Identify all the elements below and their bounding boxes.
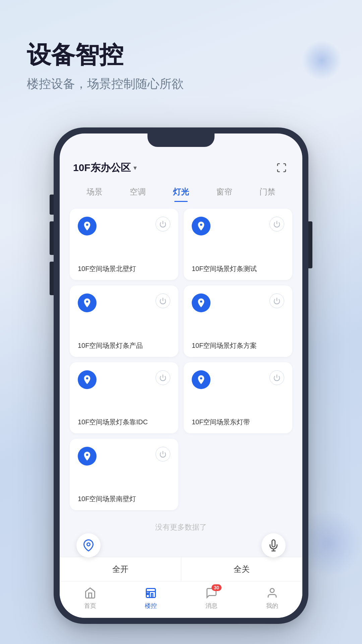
phone-notch [147, 133, 215, 147]
tab-scene[interactable]: 场景 [73, 182, 116, 202]
float-location-button[interactable] [76, 533, 101, 557]
app-header: 10F东办公区 ▾ [60, 150, 302, 175]
device-card-4[interactable]: 10F空间场景灯条靠IDC [70, 362, 178, 434]
device-icon-0 [78, 217, 97, 235]
power-btn-1[interactable] [269, 217, 284, 231]
user-icon [265, 586, 279, 600]
nav-label-building: 楼控 [145, 602, 157, 610]
svg-rect-12 [147, 593, 149, 595]
location-selector[interactable]: 10F东办公区 ▾ [73, 161, 137, 175]
screen-content: 10F东办公区 ▾ 场景 空调 灯光 窗帘 门禁 [60, 133, 302, 618]
location-text: 10F东办公区 [73, 161, 131, 175]
device-card-top-1 [192, 217, 284, 235]
float-mic-button[interactable] [261, 533, 286, 557]
svg-rect-11 [151, 594, 153, 598]
device-card-5[interactable]: 10F空间场景东灯带 [184, 362, 292, 434]
home-icon [83, 586, 97, 600]
device-card-top-0 [78, 217, 170, 235]
device-card-top-6 [78, 447, 170, 466]
device-name-4: 10F空间场景灯条靠IDC [78, 417, 170, 427]
device-icon-3 [192, 293, 210, 312]
message-icon: 30 [205, 586, 218, 600]
nav-label-user: 我的 [266, 602, 278, 610]
device-name-2: 10F空间场景灯条产品 [78, 341, 170, 350]
phone-screen: 10F东办公区 ▾ 场景 空调 灯光 窗帘 门禁 [60, 133, 302, 618]
power-btn-5[interactable] [269, 370, 284, 385]
power-btn-3[interactable] [269, 293, 284, 308]
device-card-6[interactable]: 10F空间场景南壁灯 [70, 439, 178, 510]
chevron-down-icon: ▾ [133, 164, 137, 172]
message-badge: 30 [212, 584, 222, 591]
device-name-6: 10F空间场景南壁灯 [78, 494, 170, 503]
device-card-1[interactable]: 10F空间场景灯条测试 [184, 209, 292, 280]
tab-curtain[interactable]: 窗帘 [202, 182, 246, 202]
device-name-1: 10F空间场景灯条测试 [192, 264, 284, 273]
nav-item-message[interactable]: 30 消息 [181, 586, 242, 610]
device-icon-5 [192, 370, 210, 389]
svg-point-7 [87, 543, 90, 546]
power-btn-2[interactable] [156, 293, 170, 308]
device-grid: 10F空间场景北壁灯 [60, 202, 302, 557]
device-icon-2 [78, 293, 97, 312]
nav-label-home: 首页 [84, 602, 96, 610]
tab-access[interactable]: 门禁 [246, 182, 289, 202]
phone-mockup: 10F东办公区 ▾ 场景 空调 灯光 窗帘 门禁 [54, 127, 308, 624]
phone-button-mute [50, 195, 54, 215]
tab-aircon[interactable]: 空调 [116, 182, 160, 202]
phone-button-power [308, 221, 312, 268]
nav-label-message: 消息 [205, 602, 218, 610]
power-btn-4[interactable] [156, 370, 170, 385]
device-card-top-2 [78, 293, 170, 312]
device-card-2[interactable]: 10F空间场景灯条产品 [70, 285, 178, 357]
device-card-top-5 [192, 370, 284, 389]
no-more-data: 没有更多数据了 [70, 516, 292, 550]
svg-point-13 [270, 589, 274, 593]
building-icon [144, 586, 158, 600]
device-name-5: 10F空间场景东灯带 [192, 417, 284, 427]
device-card-3[interactable]: 10F空间场景灯条方案 [184, 285, 292, 357]
expand-icon[interactable] [274, 160, 289, 175]
phone-button-vol-up [50, 221, 54, 255]
device-card-0[interactable]: 10F空间场景北壁灯 [70, 209, 178, 280]
page-subtitle: 楼控设备，场景控制随心所欲 [27, 76, 335, 92]
bottom-nav: 首页 楼控 [60, 581, 302, 618]
device-name-0: 10F空间场景北壁灯 [78, 264, 170, 273]
tabs-bar: 场景 空调 灯光 窗帘 门禁 [60, 175, 302, 202]
device-icon-1 [192, 217, 210, 235]
power-btn-0[interactable] [156, 217, 170, 231]
device-card-top-4 [78, 370, 170, 389]
tab-light[interactable]: 灯光 [160, 182, 203, 202]
bg-decoration-top [302, 40, 342, 80]
all-on-button[interactable]: 全开 [60, 557, 181, 581]
nav-item-home[interactable]: 首页 [60, 586, 120, 610]
device-icon-6 [78, 447, 97, 466]
phone-button-vol-down [50, 262, 54, 295]
page-title: 设备智控 [27, 40, 335, 69]
all-off-button[interactable]: 全关 [181, 557, 303, 581]
nav-item-building[interactable]: 楼控 [120, 586, 181, 610]
device-card-top-3 [192, 293, 284, 312]
power-btn-6[interactable] [156, 447, 170, 462]
action-bar: 全开 全关 [60, 557, 302, 581]
device-name-3: 10F空间场景灯条方案 [192, 341, 284, 350]
device-icon-4 [78, 370, 97, 389]
phone-frame: 10F东办公区 ▾ 场景 空调 灯光 窗帘 门禁 [54, 127, 308, 624]
nav-item-user[interactable]: 我的 [242, 586, 302, 610]
